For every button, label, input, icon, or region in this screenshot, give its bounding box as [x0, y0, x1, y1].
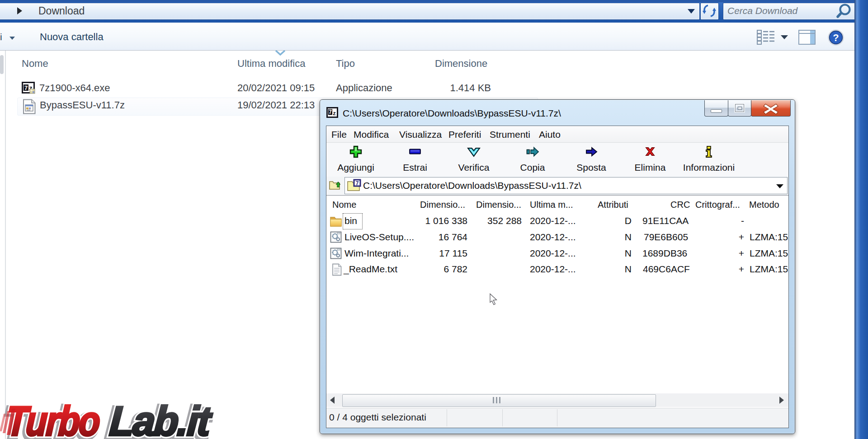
svg-text:7: 7: [24, 84, 28, 91]
svg-text:7: 7: [356, 180, 359, 187]
svg-text:7: 7: [329, 109, 332, 115]
svg-text:Lab.it: Lab.it: [108, 398, 214, 439]
svg-text:z: z: [333, 110, 336, 117]
svg-text:?: ?: [833, 32, 839, 43]
svg-text:Turbo: Turbo: [5, 398, 101, 439]
